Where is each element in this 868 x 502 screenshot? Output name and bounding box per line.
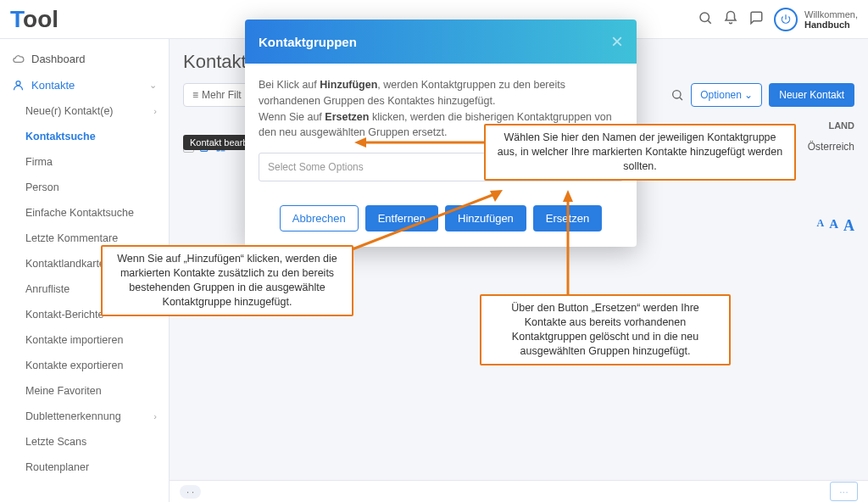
arrow-to-select (354, 136, 490, 153)
svg-line-7 (350, 193, 497, 250)
arrow-to-replace (559, 190, 576, 298)
annotation-add: Wenn Sie auf „Hinzufügen“ klicken, werde… (101, 245, 353, 316)
modal-title: Kontaktgruppen (259, 35, 357, 49)
annotation-replace: Über den Button „Ersetzen“ werden Ihre K… (480, 294, 731, 365)
arrow-to-add (346, 187, 507, 254)
close-icon[interactable]: × (611, 31, 623, 52)
svg-marker-6 (354, 137, 366, 148)
modal-help-1: Bei Klick auf Hinzufügen, werden Kontakt… (259, 77, 623, 109)
annotation-select: Wählen Sie hier den Namen der jeweiligen… (484, 124, 796, 181)
svg-marker-10 (563, 190, 573, 202)
